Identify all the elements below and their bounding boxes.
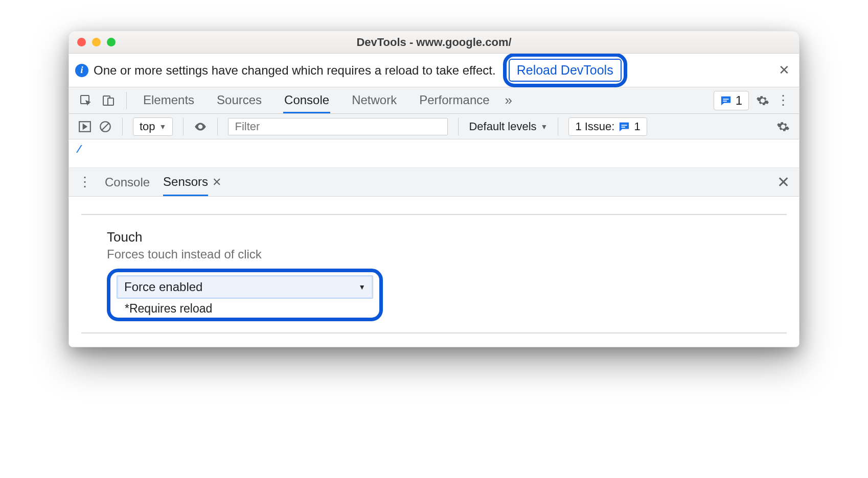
console-prompt-icon: ⁄ [78, 142, 80, 155]
message-icon [619, 121, 630, 132]
settings-gear-icon[interactable] [756, 94, 769, 107]
main-tabs: Elements Sources Console Network Perform… [142, 88, 491, 113]
close-drawer-icon[interactable]: ✕ [777, 173, 790, 191]
svg-rect-4 [723, 101, 726, 102]
divider [122, 118, 123, 135]
titlebar: DevTools - www.google.com/ [69, 31, 799, 54]
notification-message: One or more settings have changed which … [94, 63, 496, 78]
traffic-lights [77, 38, 116, 46]
window-title: DevTools - www.google.com/ [69, 36, 799, 49]
filter-input[interactable] [228, 118, 448, 135]
message-icon [720, 95, 732, 106]
svg-line-7 [101, 123, 109, 130]
tab-performance[interactable]: Performance [418, 88, 490, 113]
issues-count: 1 [736, 93, 742, 108]
inspect-element-icon[interactable] [78, 93, 94, 108]
touch-section-desc: Forces touch instead of click [107, 247, 787, 261]
svg-rect-2 [108, 98, 113, 105]
clear-console-icon[interactable] [99, 120, 112, 133]
sensors-panel: Touch Forces touch instead of click Forc… [69, 197, 799, 347]
drawer-tab-console[interactable]: Console [105, 169, 150, 195]
reload-notification: i One or more settings have changed whic… [69, 54, 799, 87]
divider [458, 118, 459, 135]
issues-count: 1 [634, 120, 640, 133]
divider [217, 118, 218, 135]
minimize-window-icon[interactable] [92, 38, 101, 46]
close-window-icon[interactable] [77, 38, 86, 46]
divider [81, 214, 787, 215]
info-icon: i [75, 64, 88, 77]
reload-devtools-button[interactable]: Reload DevTools [509, 59, 622, 82]
drawer-menu-icon[interactable]: ⋮ [78, 174, 92, 190]
main-tabbar: Elements Sources Console Network Perform… [69, 87, 799, 114]
device-toggle-icon[interactable] [101, 93, 116, 108]
reload-footnote: *Requires reload [117, 302, 373, 316]
chevron-down-icon: ▼ [541, 123, 548, 131]
chevron-down-icon: ▼ [358, 283, 366, 291]
context-selector[interactable]: top ▼ [133, 117, 173, 136]
live-expression-icon[interactable] [194, 120, 207, 133]
svg-rect-8 [622, 125, 627, 126]
console-toolbar: top ▼ Default levels ▼ 1 Issue: 1 [69, 114, 799, 139]
console-body[interactable]: ⁄ [69, 139, 799, 168]
sidebar-toggle-icon[interactable] [78, 120, 92, 133]
more-menu-icon[interactable]: ⋮ [776, 92, 790, 108]
tab-elements[interactable]: Elements [142, 88, 195, 113]
touch-section-title: Touch [107, 229, 787, 245]
close-notification-icon[interactable]: ✕ [779, 62, 790, 78]
tab-sources[interactable]: Sources [216, 88, 263, 113]
more-tabs-icon[interactable]: » [505, 92, 512, 108]
svg-rect-3 [723, 99, 728, 100]
divider [81, 332, 787, 333]
tab-console[interactable]: Console [283, 88, 330, 113]
touch-mode-value: Force enabled [124, 280, 202, 294]
main-right-tools: 1 ⋮ [714, 91, 790, 110]
divider [558, 118, 558, 135]
tab-network[interactable]: Network [351, 88, 398, 113]
issues-badge[interactable]: 1 [714, 91, 749, 110]
devtools-window: DevTools - www.google.com/ i One or more… [68, 31, 800, 347]
issues-pill[interactable]: 1 Issue: 1 [568, 117, 647, 136]
console-settings-gear-icon[interactable] [776, 120, 790, 133]
touch-setting-highlight: Force enabled ▼ *Requires reload [107, 269, 383, 321]
log-levels-selector[interactable]: Default levels ▼ [469, 120, 547, 133]
levels-label: Default levels [469, 120, 536, 133]
drawer-tabbar: ⋮ Console Sensors ✕ ✕ [69, 168, 799, 197]
reload-button-highlight: Reload DevTools [503, 53, 627, 87]
maximize-window-icon[interactable] [107, 38, 116, 46]
drawer-tab-sensors[interactable]: Sensors [163, 169, 208, 196]
divider [126, 92, 127, 109]
close-tab-icon[interactable]: ✕ [212, 176, 221, 189]
chevron-down-icon: ▼ [159, 123, 167, 131]
context-label: top [140, 120, 155, 133]
issues-label: 1 Issue: [575, 120, 614, 133]
touch-mode-select[interactable]: Force enabled ▼ [117, 275, 373, 299]
divider [183, 118, 184, 135]
svg-rect-9 [622, 127, 625, 128]
